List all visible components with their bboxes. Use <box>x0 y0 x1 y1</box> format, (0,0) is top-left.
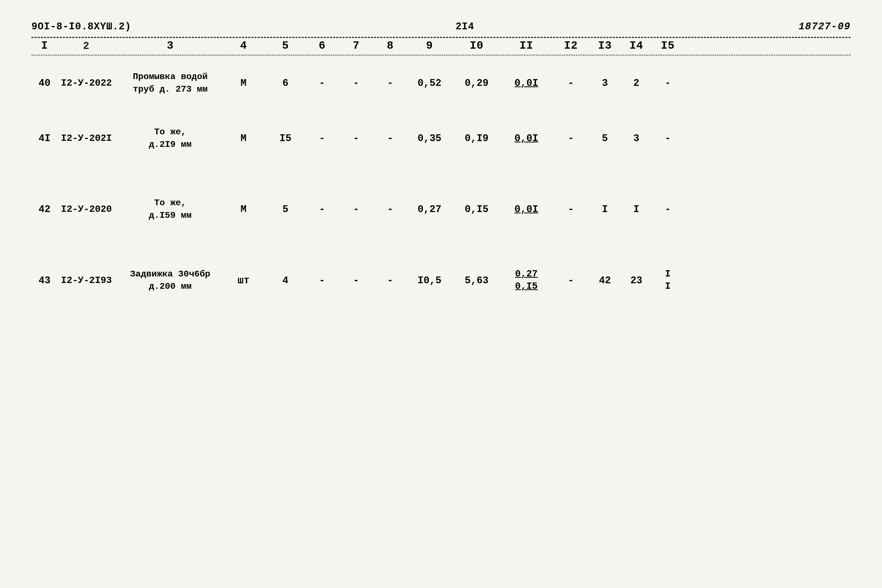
row-41-desc: То же, д.2I9 мм <box>118 126 223 151</box>
row-42-col5: 5 <box>264 204 306 215</box>
table-row: 42 I2-У-2020 То же, д.I59 мм М 5 - - - 0… <box>32 189 850 229</box>
col-header-8: 8 <box>375 39 406 52</box>
row-42-col10: 0,I5 <box>453 204 500 215</box>
row-43-col7: - <box>338 275 375 286</box>
row-43-num: 43 <box>34 275 55 286</box>
row-40-col12: - <box>552 78 589 89</box>
col-header-10: I0 <box>453 39 500 52</box>
stamp: 18727-09 <box>799 21 850 32</box>
table-row: 43 I2-У-2I93 Задвижка 30ч6бр д.200 мм шт… <box>32 261 850 300</box>
row-43-col8: - <box>375 275 406 286</box>
row-43-col15-line2: I <box>652 280 684 293</box>
col-header-14: I4 <box>621 39 652 52</box>
row-43-col12: - <box>552 275 589 286</box>
row-41-col9: 0,35 <box>406 133 453 144</box>
page: 9OI-8-I0.8XYШ.2) 2I4 18727-09 I 2 3 4 5 … <box>0 0 882 588</box>
row-41-col7: - <box>338 133 375 144</box>
row-43-col5: 4 <box>264 275 306 286</box>
header-row: 9OI-8-I0.8XYШ.2) 2I4 18727-09 <box>32 21 850 32</box>
row-42-unit: М <box>223 204 264 215</box>
row-41-col5: I5 <box>264 133 306 144</box>
table-row: 4I I2-У-202I То же, д.2I9 мм М I5 - - - … <box>32 118 850 158</box>
col-header-13: I3 <box>589 39 621 52</box>
row-41-col6: - <box>306 133 338 144</box>
row-42-code: I2-У-2020 <box>55 204 118 214</box>
table-row: 40 I2-У-2022 Промывка водой труб д. 273 … <box>32 63 850 103</box>
col-dashed-separator <box>32 55 850 56</box>
col-header-7: 7 <box>338 39 375 52</box>
row-43-col15: I I <box>652 268 684 293</box>
row-41-num: 4I <box>34 133 55 144</box>
row-42-col14: I <box>621 204 652 215</box>
col-header-3: 3 <box>118 39 223 52</box>
row-43-desc: Задвижка 30ч6бр д.200 мм <box>118 268 223 293</box>
row-41-col8: - <box>375 133 406 144</box>
row-40-col8: - <box>375 78 406 89</box>
col-header-4: 4 <box>223 39 264 52</box>
row-43-col9: I0,5 <box>406 275 453 286</box>
row-41-unit: М <box>223 133 264 144</box>
data-section: 40 I2-У-2022 Промывка водой труб д. 273 … <box>32 63 850 300</box>
row-42-col7: - <box>338 204 375 215</box>
col-header-12: I2 <box>552 39 589 52</box>
row-40-col6: - <box>306 78 338 89</box>
row-43-col6: - <box>306 275 338 286</box>
col-header-6: 6 <box>306 39 338 52</box>
row-40-unit: М <box>223 78 264 89</box>
row-43-col11: 0,27 0,I5 <box>500 268 552 293</box>
row-40-col13: 3 <box>589 78 621 89</box>
row-43-col11-line1: 0,27 <box>500 268 552 280</box>
row-40-col9: 0,52 <box>406 78 453 89</box>
col-header-1: I <box>34 39 55 52</box>
row-42-col6: - <box>306 204 338 215</box>
doc-number: 9OI-8-I0.8XYШ.2) <box>32 21 131 32</box>
row-40-col7: - <box>338 78 375 89</box>
row-40-col14: 2 <box>621 78 652 89</box>
row-41-col15: - <box>652 133 684 144</box>
col-header-5: 5 <box>264 39 306 52</box>
col-header-2: 2 <box>55 40 118 52</box>
row-41-col14: 3 <box>621 133 652 144</box>
col-header-15: I5 <box>652 39 684 52</box>
row-41-code: I2-У-202I <box>55 133 118 144</box>
row-42-col13: I <box>589 204 621 215</box>
row-41-col10: 0,I9 <box>453 133 500 144</box>
col-header-11: II <box>500 39 552 52</box>
row-40-col5: 6 <box>264 78 306 89</box>
column-headers: I 2 3 4 5 6 7 8 9 I0 II I2 I3 I4 I5 <box>32 39 850 52</box>
row-42-col11: 0,0I <box>500 204 552 215</box>
row-43-unit: шт <box>223 275 264 286</box>
col-header-9: 9 <box>406 39 453 52</box>
row-42-num: 42 <box>34 204 55 215</box>
row-41-col12: - <box>552 133 589 144</box>
row-43-col14: 23 <box>621 275 652 286</box>
row-42-desc: То же, д.I59 мм <box>118 197 223 222</box>
page-number: 2I4 <box>456 21 474 32</box>
row-40-code: I2-У-2022 <box>55 78 118 88</box>
row-43-col15-line1: I <box>652 268 684 280</box>
row-40-col15: - <box>652 78 684 89</box>
row-40-col10: 0,29 <box>453 78 500 89</box>
row-43-col13: 42 <box>589 275 621 286</box>
top-dashed-line <box>32 37 850 38</box>
row-43-col10: 5,63 <box>453 275 500 286</box>
row-43-code: I2-У-2I93 <box>55 275 118 286</box>
row-41-col11: 0,0I <box>500 133 552 144</box>
row-42-col8: - <box>375 204 406 215</box>
row-40-desc: Промывка водой труб д. 273 мм <box>118 70 223 96</box>
row-42-col15: - <box>652 204 684 215</box>
row-43-col11-line2: 0,I5 <box>500 280 552 293</box>
row-41-col13: 5 <box>589 133 621 144</box>
row-42-col9: 0,27 <box>406 204 453 215</box>
row-40-num: 40 <box>34 78 55 89</box>
row-40-col11: 0,0I <box>500 78 552 89</box>
row-42-col12: - <box>552 204 589 215</box>
